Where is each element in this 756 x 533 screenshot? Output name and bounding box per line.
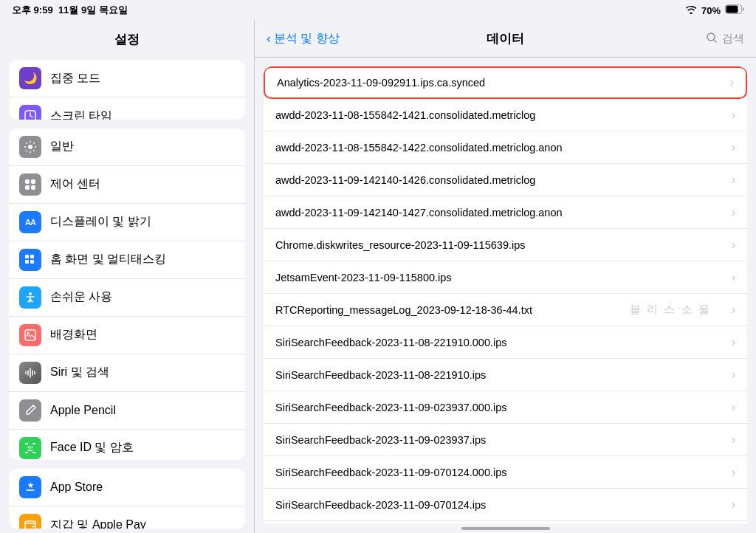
file-item[interactable]: awdd-2023-11-08-155842-1422.consolidated… <box>264 131 747 164</box>
file-name: Chrome.diskwrites_resource-2023-11-09-11… <box>275 239 726 251</box>
file-chevron-icon: › <box>732 109 735 122</box>
sidebar-item-appstore[interactable]: App Store <box>9 469 245 506</box>
file-item[interactable]: RTCReporting_messageLog_2023-09-12-18-36… <box>264 294 747 326</box>
file-list-container: Analytics-2023-11-09-092911.ips.ca.synce… <box>255 58 756 524</box>
file-item[interactable]: Analytics-2023-11-09-092911.ips.ca.synce… <box>264 66 747 99</box>
display-icon: AA <box>19 211 41 233</box>
file-chevron-icon: › <box>732 466 735 479</box>
svg-point-25 <box>32 526 35 528</box>
faceid-icon <box>19 437 41 459</box>
wallpaper-icon <box>19 324 41 346</box>
status-time-date: 오후 9:59 11월 9일 목요일 <box>12 4 128 17</box>
sidebar-title: 설정 <box>0 21 254 55</box>
svg-point-14 <box>27 331 30 334</box>
svg-rect-16 <box>32 443 35 444</box>
svg-rect-15 <box>25 443 28 444</box>
file-name: SiriSearchFeedback-2023-11-09-023937.ips <box>275 434 726 446</box>
battery-icon <box>725 4 744 16</box>
svg-point-3 <box>28 145 32 149</box>
sidebar-item-focus[interactable]: 🌙 집중 모드 <box>9 60 245 97</box>
screentime-icon <box>19 105 41 120</box>
right-panel: ‹ 분석 및 향상 데이터 검색 Analytics-2023-11-09-09… <box>255 21 756 533</box>
file-chevron-icon: › <box>732 498 735 512</box>
file-item[interactable]: SiriSearchFeedback-2023-11-08-221910.000… <box>264 326 747 359</box>
sidebar-section-2: 일반 제어 센터 AA 디스플레이 및 밝기 <box>9 128 245 460</box>
file-chevron-icon: › <box>730 76 734 89</box>
file-name: Analytics-2023-11-09-092911.ips.ca.synce… <box>277 77 724 89</box>
back-button[interactable]: ‹ 분석 및 향상 <box>267 31 370 47</box>
focus-icon: 🌙 <box>19 67 41 89</box>
file-item[interactable]: awdd-2023-11-09-142140-1426.consolidated… <box>264 164 747 196</box>
wallet-label: 지갑 및 Apple Pay <box>50 517 146 529</box>
file-name: awdd-2023-11-09-142140-1427.consolidated… <box>275 207 726 219</box>
watermark: 블 리 스 소 울 <box>630 303 711 317</box>
file-name: SiriSearchFeedback-2023-11-09-070124.ips <box>275 499 726 511</box>
general-label: 일반 <box>50 139 74 154</box>
file-name: awdd-2023-11-09-142140-1426.consolidated… <box>275 174 726 186</box>
page-title: 데이터 <box>370 30 641 47</box>
file-chevron-icon: › <box>732 173 735 187</box>
svg-rect-11 <box>30 260 34 264</box>
faceid-label: Face ID 및 암호 <box>50 440 134 455</box>
svg-point-20 <box>32 446 33 447</box>
file-chevron-icon: › <box>732 238 735 252</box>
pencil-label: Apple Pencil <box>50 404 116 417</box>
svg-point-19 <box>28 446 30 447</box>
search-button[interactable]: 검색 <box>641 32 744 46</box>
file-item[interactable]: SiriSearchFeedback-2023-11-08-221910.ips… <box>264 359 747 391</box>
sidebar-item-home[interactable]: 홈 화면 및 멀티태스킹 <box>9 241 245 279</box>
search-icon <box>706 32 718 46</box>
sidebar-item-faceid[interactable]: Face ID 및 암호 <box>9 430 245 460</box>
status-indicators: 70% <box>685 4 744 16</box>
status-bar: 오후 9:59 11월 9일 목요일 70% <box>0 0 756 21</box>
svg-rect-8 <box>25 255 29 258</box>
scroll-indicator <box>255 524 756 533</box>
file-item[interactable]: awdd-2023-11-08-155842-1421.consolidated… <box>264 99 747 131</box>
sidebar: 설정 🌙 집중 모드 스크린 타임 <box>0 21 255 533</box>
file-item[interactable]: SiriSearchFeedback-2023-11-09-070124.ips… <box>264 489 747 521</box>
back-chevron-icon: ‹ <box>267 31 271 47</box>
sidebar-item-siri[interactable]: Siri 및 검색 <box>9 354 245 392</box>
sidebar-item-display[interactable]: AA 디스플레이 및 밝기 <box>9 204 245 241</box>
file-chevron-icon: › <box>732 368 735 382</box>
file-name: SiriSearchFeedback-2023-11-08-221910.ips <box>275 369 726 381</box>
file-chevron-icon: › <box>732 433 735 447</box>
file-name: awdd-2023-11-08-155842-1422.consolidated… <box>275 142 726 154</box>
svg-rect-18 <box>32 452 35 453</box>
appstore-icon <box>19 476 41 498</box>
svg-rect-9 <box>30 255 34 258</box>
file-item[interactable]: awdd-2023-11-09-142140-1427.consolidated… <box>264 196 747 229</box>
home-label: 홈 화면 및 멀티태스킹 <box>50 252 166 267</box>
scroll-bar <box>461 527 550 530</box>
wifi-icon <box>685 5 697 16</box>
sidebar-item-control[interactable]: 제어 센터 <box>9 166 245 204</box>
file-item[interactable]: SiriSearchFeedback-2023-11-09-023937.ips… <box>264 424 747 456</box>
svg-rect-5 <box>31 179 35 184</box>
svg-rect-24 <box>25 521 35 529</box>
sidebar-item-wallet[interactable]: 지갑 및 Apple Pay <box>9 506 245 529</box>
pencil-icon <box>19 399 41 422</box>
file-item[interactable]: SiriSearchFeedback-2023-11-09-070124.000… <box>264 456 747 489</box>
sidebar-item-accessibility[interactable]: 손쉬운 사용 <box>9 279 245 317</box>
svg-rect-17 <box>25 452 28 453</box>
file-item[interactable]: JetsamEvent-2023-11-09-115800.ips› <box>264 261 747 294</box>
display-label: 디스플레이 및 밝기 <box>50 214 151 230</box>
file-name: awdd-2023-11-08-155842-1421.consolidated… <box>275 109 726 121</box>
sidebar-item-screentime[interactable]: 스크린 타임 <box>9 97 245 120</box>
siri-label: Siri 및 검색 <box>50 365 109 380</box>
file-chevron-icon: › <box>732 271 735 284</box>
svg-rect-10 <box>25 260 29 264</box>
file-item[interactable]: Chrome.diskwrites_resource-2023-11-09-11… <box>264 229 747 261</box>
file-item[interactable]: SiriSearchFeedback-2023-11-09-023937.000… <box>264 391 747 424</box>
file-name: SiriSearchFeedback-2023-11-08-221910.000… <box>275 337 726 348</box>
wallpaper-label: 배경화면 <box>50 327 97 343</box>
sidebar-item-pencil[interactable]: Apple Pencil <box>9 392 245 430</box>
file-chevron-icon: › <box>732 303 735 317</box>
file-name: SiriSearchFeedback-2023-11-09-070124.000… <box>275 467 726 478</box>
back-label: 분석 및 향상 <box>274 31 340 47</box>
file-name: RTCReporting_messageLog_2023-09-12-18-36… <box>275 304 630 316</box>
svg-point-12 <box>29 292 32 295</box>
sidebar-item-general[interactable]: 일반 <box>9 128 245 166</box>
svg-rect-6 <box>25 185 30 190</box>
sidebar-item-wallpaper[interactable]: 배경화면 <box>9 317 245 354</box>
